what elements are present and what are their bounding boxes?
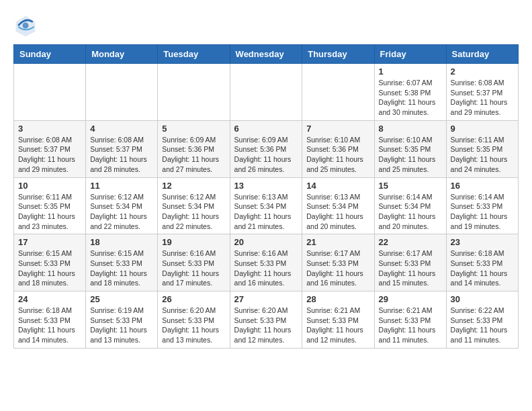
- day-info: Sunrise: 6:15 AM Sunset: 5:33 PM Dayligh…: [90, 248, 153, 288]
- day-number: 23: [451, 237, 514, 247]
- day-info: Sunrise: 6:13 AM Sunset: 5:34 PM Dayligh…: [234, 192, 298, 232]
- day-info: Sunrise: 6:08 AM Sunset: 5:37 PM Dayligh…: [90, 135, 153, 175]
- calendar-cell: [302, 64, 374, 121]
- calendar-cell: 15Sunrise: 6:14 AM Sunset: 5:34 PM Dayli…: [374, 177, 446, 234]
- calendar-cell: 17Sunrise: 6:15 AM Sunset: 5:33 PM Dayli…: [14, 234, 86, 291]
- weekday-header-row: SundayMondayTuesdayWednesdayThursdayFrid…: [14, 45, 519, 64]
- day-number: 28: [306, 294, 369, 304]
- calendar-cell: 26Sunrise: 6:20 AM Sunset: 5:33 PM Dayli…: [158, 291, 230, 349]
- calendar-cell: 14Sunrise: 6:13 AM Sunset: 5:34 PM Dayli…: [302, 177, 374, 234]
- day-info: Sunrise: 6:07 AM Sunset: 5:38 PM Dayligh…: [379, 78, 442, 118]
- logo: [13, 13, 40, 38]
- day-info: Sunrise: 6:14 AM Sunset: 5:34 PM Dayligh…: [379, 192, 442, 232]
- calendar-cell: 7Sunrise: 6:10 AM Sunset: 5:36 PM Daylig…: [302, 120, 374, 177]
- calendar-cell: 30Sunrise: 6:22 AM Sunset: 5:33 PM Dayli…: [446, 291, 518, 349]
- calendar-cell: 22Sunrise: 6:17 AM Sunset: 5:33 PM Dayli…: [374, 234, 446, 291]
- day-number: 22: [379, 237, 442, 247]
- calendar-week-1: 1Sunrise: 6:07 AM Sunset: 5:38 PM Daylig…: [14, 64, 519, 121]
- weekday-header-wednesday: Wednesday: [230, 45, 302, 64]
- calendar-cell: 4Sunrise: 6:08 AM Sunset: 5:37 PM Daylig…: [86, 120, 158, 177]
- day-info: Sunrise: 6:21 AM Sunset: 5:33 PM Dayligh…: [306, 306, 369, 345]
- day-number: 29: [379, 294, 442, 304]
- calendar-cell: 3Sunrise: 6:08 AM Sunset: 5:37 PM Daylig…: [14, 120, 86, 177]
- day-info: Sunrise: 6:17 AM Sunset: 5:33 PM Dayligh…: [306, 248, 369, 288]
- day-number: 20: [234, 237, 298, 247]
- calendar-cell: [86, 64, 158, 121]
- day-info: Sunrise: 6:21 AM Sunset: 5:33 PM Dayligh…: [379, 306, 442, 345]
- calendar-cell: 20Sunrise: 6:16 AM Sunset: 5:33 PM Dayli…: [230, 234, 302, 291]
- day-number: 2: [451, 66, 514, 77]
- day-number: 17: [18, 237, 81, 247]
- day-info: Sunrise: 6:20 AM Sunset: 5:33 PM Dayligh…: [234, 306, 298, 345]
- calendar-cell: 8Sunrise: 6:10 AM Sunset: 5:35 PM Daylig…: [374, 120, 446, 177]
- day-info: Sunrise: 6:16 AM Sunset: 5:33 PM Dayligh…: [234, 248, 298, 288]
- calendar-table: SundayMondayTuesdayWednesdayThursdayFrid…: [13, 44, 519, 349]
- calendar-cell: 16Sunrise: 6:14 AM Sunset: 5:33 PM Dayli…: [446, 177, 518, 234]
- weekday-header-thursday: Thursday: [302, 45, 374, 64]
- calendar-cell: 27Sunrise: 6:20 AM Sunset: 5:33 PM Dayli…: [230, 291, 302, 349]
- calendar-cell: 6Sunrise: 6:09 AM Sunset: 5:36 PM Daylig…: [230, 120, 302, 177]
- day-number: 27: [234, 294, 298, 304]
- calendar-cell: 25Sunrise: 6:19 AM Sunset: 5:33 PM Dayli…: [86, 291, 158, 349]
- calendar-cell: 5Sunrise: 6:09 AM Sunset: 5:36 PM Daylig…: [158, 120, 230, 177]
- day-number: 3: [18, 124, 81, 134]
- weekday-header-sunday: Sunday: [14, 45, 86, 64]
- day-number: 26: [162, 294, 225, 304]
- day-number: 18: [90, 237, 153, 247]
- weekday-header-tuesday: Tuesday: [158, 45, 230, 64]
- calendar-cell: 2Sunrise: 6:08 AM Sunset: 5:37 PM Daylig…: [446, 64, 518, 121]
- day-info: Sunrise: 6:20 AM Sunset: 5:33 PM Dayligh…: [162, 306, 225, 345]
- day-info: Sunrise: 6:15 AM Sunset: 5:33 PM Dayligh…: [18, 248, 81, 288]
- calendar-cell: [14, 64, 86, 121]
- day-info: Sunrise: 6:18 AM Sunset: 5:33 PM Dayligh…: [18, 306, 81, 345]
- day-number: 8: [379, 124, 442, 134]
- svg-point-1: [23, 23, 29, 29]
- day-number: 11: [90, 181, 153, 191]
- calendar-week-4: 17Sunrise: 6:15 AM Sunset: 5:33 PM Dayli…: [14, 234, 519, 291]
- day-number: 25: [90, 294, 153, 304]
- weekday-header-friday: Friday: [374, 45, 446, 64]
- calendar-cell: 29Sunrise: 6:21 AM Sunset: 5:33 PM Dayli…: [374, 291, 446, 349]
- calendar-cell: 10Sunrise: 6:11 AM Sunset: 5:35 PM Dayli…: [14, 177, 86, 234]
- day-number: 6: [234, 124, 298, 134]
- day-number: 15: [379, 181, 442, 191]
- day-number: 1: [379, 66, 442, 77]
- day-info: Sunrise: 6:17 AM Sunset: 5:33 PM Dayligh…: [379, 248, 442, 288]
- calendar-cell: 9Sunrise: 6:11 AM Sunset: 5:35 PM Daylig…: [446, 120, 518, 177]
- day-number: 24: [18, 294, 81, 304]
- day-number: 30: [451, 294, 514, 304]
- day-number: 12: [162, 181, 225, 191]
- day-number: 19: [162, 237, 225, 247]
- calendar-cell: [230, 64, 302, 121]
- calendar-cell: 1Sunrise: 6:07 AM Sunset: 5:38 PM Daylig…: [374, 64, 446, 121]
- calendar-cell: 13Sunrise: 6:13 AM Sunset: 5:34 PM Dayli…: [230, 177, 302, 234]
- day-info: Sunrise: 6:18 AM Sunset: 5:33 PM Dayligh…: [451, 248, 514, 288]
- day-number: 7: [306, 124, 369, 134]
- day-info: Sunrise: 6:10 AM Sunset: 5:36 PM Dayligh…: [306, 135, 369, 175]
- day-info: Sunrise: 6:11 AM Sunset: 5:35 PM Dayligh…: [451, 135, 514, 175]
- day-info: Sunrise: 6:12 AM Sunset: 5:34 PM Dayligh…: [162, 192, 225, 232]
- day-info: Sunrise: 6:10 AM Sunset: 5:35 PM Dayligh…: [379, 135, 442, 175]
- calendar-week-2: 3Sunrise: 6:08 AM Sunset: 5:37 PM Daylig…: [14, 120, 519, 177]
- day-number: 9: [451, 124, 514, 134]
- calendar-week-3: 10Sunrise: 6:11 AM Sunset: 5:35 PM Dayli…: [14, 177, 519, 234]
- weekday-header-saturday: Saturday: [446, 45, 518, 64]
- day-info: Sunrise: 6:09 AM Sunset: 5:36 PM Dayligh…: [162, 135, 225, 175]
- page-header: [13, 13, 519, 38]
- day-info: Sunrise: 6:16 AM Sunset: 5:33 PM Dayligh…: [162, 248, 225, 288]
- day-info: Sunrise: 6:19 AM Sunset: 5:33 PM Dayligh…: [90, 306, 153, 345]
- calendar-cell: 12Sunrise: 6:12 AM Sunset: 5:34 PM Dayli…: [158, 177, 230, 234]
- calendar-cell: 23Sunrise: 6:18 AM Sunset: 5:33 PM Dayli…: [446, 234, 518, 291]
- calendar-week-5: 24Sunrise: 6:18 AM Sunset: 5:33 PM Dayli…: [14, 291, 519, 349]
- day-info: Sunrise: 6:12 AM Sunset: 5:34 PM Dayligh…: [90, 192, 153, 232]
- day-number: 16: [451, 181, 514, 191]
- weekday-header-monday: Monday: [86, 45, 158, 64]
- day-info: Sunrise: 6:22 AM Sunset: 5:33 PM Dayligh…: [451, 306, 514, 345]
- day-number: 14: [306, 181, 369, 191]
- day-number: 21: [306, 237, 369, 247]
- calendar-cell: 19Sunrise: 6:16 AM Sunset: 5:33 PM Dayli…: [158, 234, 230, 291]
- day-info: Sunrise: 6:11 AM Sunset: 5:35 PM Dayligh…: [18, 192, 81, 232]
- logo-icon: [13, 13, 38, 38]
- day-info: Sunrise: 6:13 AM Sunset: 5:34 PM Dayligh…: [306, 192, 369, 232]
- day-info: Sunrise: 6:08 AM Sunset: 5:37 PM Dayligh…: [451, 78, 514, 118]
